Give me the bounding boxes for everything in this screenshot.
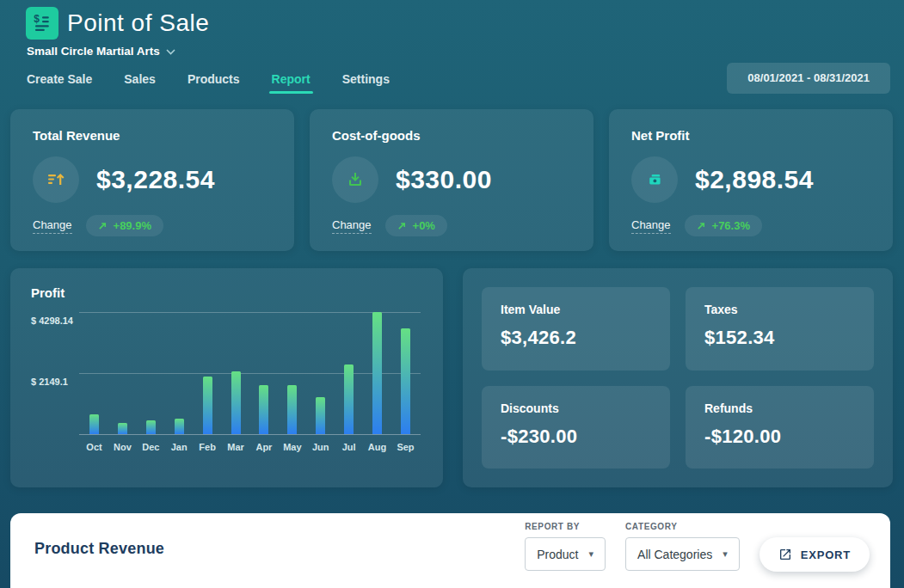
summary-label: Taxes [704, 303, 855, 316]
trend-up-icon [697, 221, 706, 230]
chart-bar-column: Nov [118, 312, 127, 434]
chart-title: Profit [31, 285, 422, 300]
tab-settings[interactable]: Settings [342, 72, 390, 86]
summary-card-discounts: Discounts -$230.00 [482, 386, 670, 469]
stat-value: $2,898.54 [695, 165, 814, 194]
chart-bar [259, 385, 268, 434]
stat-value: $3,228.54 [96, 165, 215, 194]
org-selector[interactable]: Small Circle Martial Arts [27, 45, 175, 58]
chart-x-label: Dec [142, 442, 159, 452]
stat-card-cost-of-goods: Cost-of-goods $330.00 Change +0% [310, 109, 593, 251]
chart-y-tick-label: $ 4298.14 [31, 315, 73, 326]
chart-x-label: Sep [397, 442, 414, 452]
summary-label: Discounts [501, 401, 651, 415]
chevron-down-icon [166, 49, 175, 55]
category-dropdown[interactable]: All Categories ▾ [625, 537, 740, 571]
chart-x-label: Aug [368, 442, 386, 452]
chevron-down-icon: ▾ [589, 548, 594, 560]
chart-bar [89, 414, 99, 434]
chart-x-label: May [283, 442, 301, 452]
chart-bar [372, 312, 382, 434]
chart-bar [203, 377, 212, 434]
chart-y-tick-label: $ 2149.1 [31, 377, 68, 387]
chart-bar [316, 397, 325, 434]
report-by-value: Product [537, 548, 578, 561]
chart-bar-column: Jun [316, 312, 325, 434]
summary-card-item-value: Item Value $3,426.2 [482, 287, 670, 371]
change-label: Change [332, 218, 372, 234]
stat-title: Total Revenue [33, 128, 272, 143]
chart-bar [118, 423, 127, 434]
report-by-dropdown[interactable]: Product ▾ [525, 537, 606, 571]
chart-bar-column: Jul [344, 312, 354, 434]
summary-value: $152.34 [704, 327, 855, 349]
svg-text:$: $ [34, 13, 40, 25]
chart-bar-column: May [287, 312, 297, 434]
chart-bar [146, 420, 156, 434]
product-revenue-card: Product Revenue REPORT BY Product ▾ CATE… [10, 513, 890, 588]
summary-label: Refunds [704, 401, 855, 415]
cash-stack-icon [631, 156, 678, 203]
stat-card-net-profit: Net Profit $2,898.54 Change +7 [609, 109, 893, 251]
chart-bar-column: Aug [372, 312, 382, 434]
chart-bar-column: Feb [203, 312, 212, 434]
summary-value: $3,426.2 [501, 327, 651, 349]
sort-amount-up-icon [33, 156, 79, 203]
main-nav: Create Sale Sales Products Report Settin… [27, 72, 390, 86]
chart-bar [175, 419, 184, 434]
change-label: Change [631, 218, 671, 234]
chart-bar-column: Sep [401, 312, 410, 434]
chart-bars: OctNovDecJanFebMarAprMayJunJulAugSep [79, 312, 421, 434]
summary-card-taxes: Taxes $152.34 [686, 287, 874, 371]
pos-report-page: $ Point of Sale Small Circle Martial Art… [0, 0, 904, 588]
category-label: CATEGORY [625, 522, 740, 531]
export-label: EXPORT [801, 548, 851, 561]
summary-panel: Item Value $3,426.2 Taxes $152.34 Discou… [463, 268, 893, 487]
tab-products[interactable]: Products [188, 72, 240, 86]
chart-x-label: Jul [342, 442, 356, 452]
report-by-label: REPORT BY [525, 522, 606, 531]
chart-bar [287, 385, 297, 434]
summary-label: Item Value [501, 303, 651, 316]
chart-bar-column: Apr [259, 312, 268, 434]
change-badge: +89.9% [86, 215, 163, 236]
tab-create-sale[interactable]: Create Sale [27, 72, 92, 86]
chart-x-label: Jun [312, 442, 329, 452]
export-button[interactable]: EXPORT [759, 537, 870, 572]
chart-plot-area: OctNovDecJanFebMarAprMayJunJulAugSep [79, 312, 421, 435]
stat-value: $330.00 [396, 165, 492, 194]
category-value: All Categories [637, 548, 712, 561]
stat-title: Net Profit [631, 128, 870, 143]
export-icon [778, 548, 792, 561]
category-control: CATEGORY All Categories ▾ [625, 522, 740, 571]
trend-up-icon [98, 221, 108, 230]
product-revenue-title: Product Revenue [34, 540, 164, 558]
chart-x-label: Jan [171, 442, 188, 452]
change-label: Change [33, 218, 72, 234]
org-name: Small Circle Martial Arts [27, 45, 160, 58]
chart-x-label: Oct [86, 442, 101, 452]
chart-bar-column: Jan [175, 312, 184, 434]
stat-title: Cost-of-goods [332, 128, 571, 143]
chevron-down-icon: ▾ [723, 548, 728, 560]
chart-x-label: Apr [255, 442, 272, 452]
date-range-button[interactable]: 08/01/2021 - 08/31/2021 [727, 63, 890, 94]
app-logo-icon: $ [26, 7, 58, 40]
chart-bar [401, 328, 410, 434]
chart-bar-column: Oct [89, 312, 99, 434]
trend-up-icon [397, 221, 407, 230]
chart-x-label: Mar [227, 442, 244, 452]
profit-chart-card: Profit $ 4298.14 $ 2149.1 OctNovDecJanFe… [10, 268, 443, 487]
change-badge: +76.3% [685, 215, 762, 236]
chart-x-label: Nov [114, 442, 132, 452]
summary-value: -$230.00 [501, 426, 651, 448]
tab-report[interactable]: Report [272, 72, 311, 86]
profit-bar-chart: $ 4298.14 $ 2149.1 OctNovDecJanFebMarApr… [31, 302, 422, 465]
change-badge: +0% [385, 215, 447, 236]
stat-card-total-revenue: Total Revenue $3,228.54 Change [10, 109, 294, 251]
chart-bar-column: Mar [231, 312, 241, 434]
app-title: Point of Sale [67, 9, 209, 37]
tab-sales[interactable]: Sales [124, 72, 156, 86]
chart-bar-column: Dec [146, 312, 156, 434]
summary-value: -$120.00 [704, 426, 855, 448]
